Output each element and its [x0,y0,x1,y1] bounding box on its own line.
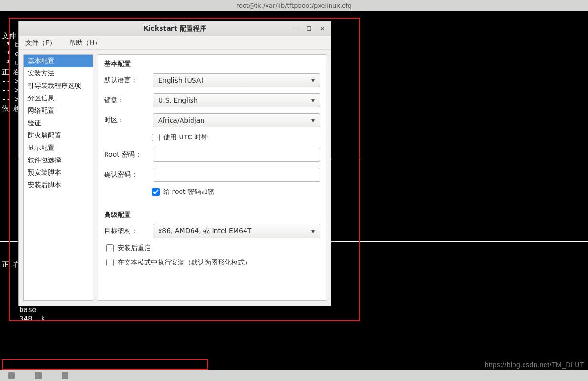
label-utc: 使用 UTC 时钟 [163,133,208,142]
kickstart-dialog: Kickstart 配置程序 — ☐ ✕ 文件（F） 帮助（H） 基本配置安装方… [18,21,331,306]
combo-value: x86, AMD64, 或 Intel EM64T [158,227,251,235]
sidebar-item[interactable]: 引导装载程序选项 [24,80,93,92]
app-icon [8,372,15,379]
close-button[interactable]: ✕ [319,25,326,32]
combo-value: Africa/Abidjan [158,116,204,124]
terminal-icon [35,372,42,379]
label-root-password: Root 密码： [104,150,147,159]
dialog-title: Kickstart 配置程序 [19,24,331,33]
input-root-password[interactable] [153,148,320,162]
combo-default-language[interactable]: English (USA) [153,73,320,87]
menu-file[interactable]: 文件（F） [22,38,59,48]
sidebar-item[interactable]: 分区信息 [24,92,93,105]
watermark: https://blog.csdn.net/TM_DLUT [485,361,584,369]
label-reboot: 安装后重启 [118,244,151,253]
maximize-button[interactable]: ☐ [305,25,313,32]
combo-value: English (USA) [158,76,203,84]
combo-target-arch[interactable]: x86, AMD64, 或 Intel EM64T [153,224,320,238]
sidebar-item[interactable]: 安装方法 [24,67,93,80]
sidebar-item[interactable]: 安装后脚本 [24,179,93,191]
combo-value: U.S. English [158,96,198,104]
minimize-button[interactable]: — [292,25,299,32]
task-kickstart-2[interactable] [57,371,73,380]
combo-keyboard[interactable]: U.S. English [153,93,320,107]
label-encrypt-root: 给 root 密码加密 [163,188,214,196]
desktop-window-title: root@tk:/var/lib/tftpboot/pxelinux.cfg [0,0,588,11]
sidebar-item[interactable]: 预安装脚本 [24,167,93,179]
sidebar-item[interactable]: 显示配置 [24,142,93,154]
menu-help[interactable]: 帮助（H） [66,38,104,48]
sidebar-item[interactable]: 软件包选择 [24,154,93,167]
label-default-language: 默认语言： [104,76,147,85]
label-textmode: 在文本模式中执行安装（默认为图形化模式） [118,258,251,267]
checkbox-reboot[interactable] [106,244,114,252]
input-confirm-password[interactable] [153,168,320,182]
sidebar-item[interactable]: 验证 [24,117,93,129]
checkbox-encrypt-root[interactable] [152,188,160,196]
label-timezone: 时区： [104,116,147,125]
dialog-menubar: 文件（F） 帮助（H） [19,36,331,50]
sidebar: 基本配置安装方法引导装载程序选项分区信息网络配置验证防火墙配置显示配置软件包选择… [23,54,93,301]
label-confirm-password: 确认密码： [104,170,147,179]
sidebar-item[interactable]: 防火墙配置 [24,129,93,142]
app-icon [62,372,68,379]
section-basic-title: 基本配置 [104,60,320,68]
label-target-arch: 目标架构： [104,227,147,235]
section-advanced-title: 高级配置 [104,211,320,219]
dialog-titlebar[interactable]: Kickstart 配置程序 — ☐ ✕ [19,21,331,36]
checkbox-textmode[interactable] [106,259,114,266]
task-terminal[interactable] [31,371,46,380]
label-keyboard: 键盘： [104,96,147,105]
checkbox-utc[interactable] [152,134,160,141]
taskbar [0,370,588,381]
content-panel: 基本配置 默认语言： English (USA) 键盘： U.S. Englis… [98,54,326,301]
combo-timezone[interactable]: Africa/Abidjan [153,113,320,127]
sidebar-item[interactable]: 网络配置 [24,105,93,117]
sidebar-item[interactable]: 基本配置 [24,55,93,67]
task-kickstart[interactable] [4,371,19,380]
